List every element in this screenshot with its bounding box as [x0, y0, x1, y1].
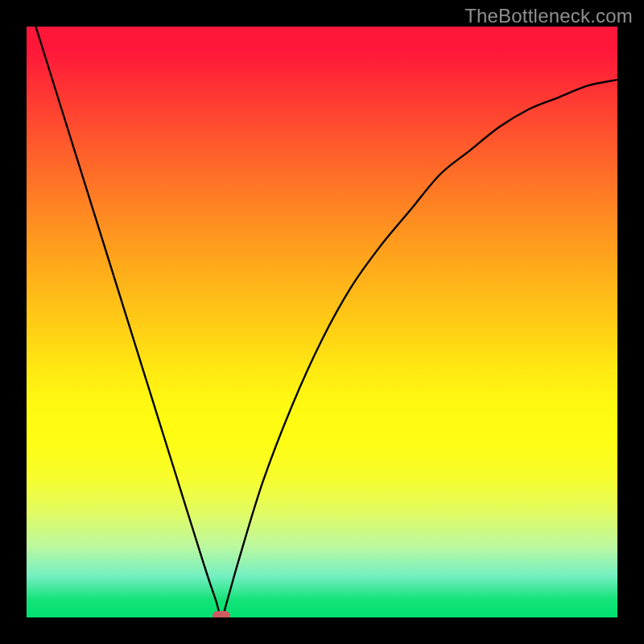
chart-frame: TheBottleneck.com [0, 0, 644, 644]
bottleneck-curve [27, 27, 617, 617]
curve-layer [27, 27, 617, 617]
plot-area [27, 27, 617, 617]
watermark-text: TheBottleneck.com [464, 5, 633, 27]
optimal-marker [213, 611, 230, 617]
